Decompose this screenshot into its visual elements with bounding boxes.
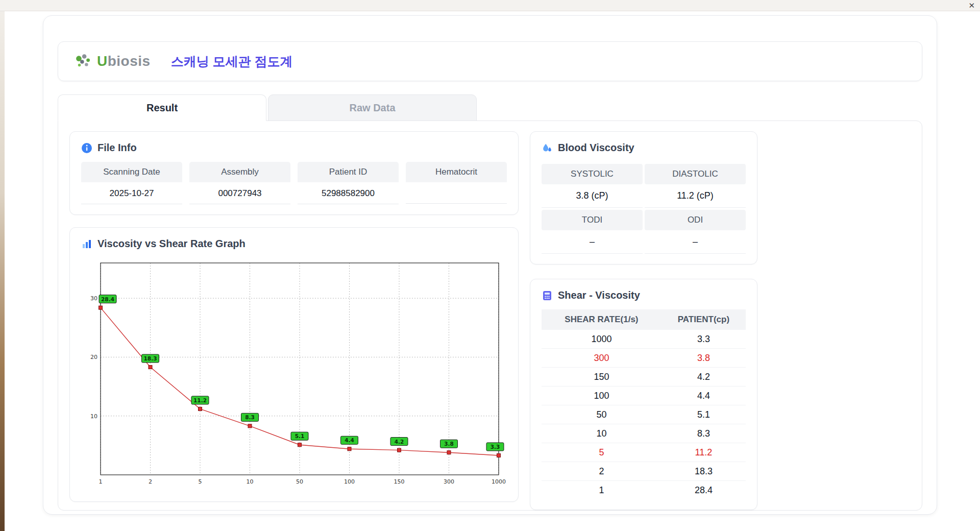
cell-shear-rate: 1: [542, 481, 662, 500]
bv-value-systolic: 3.8 (cP): [542, 184, 643, 208]
info-icon: [81, 142, 92, 154]
cell-patient-viscosity: 5.1: [662, 405, 746, 424]
field-label: Scanning Date: [81, 162, 182, 182]
svg-text:8.3: 8.3: [245, 414, 255, 420]
cell-shear-rate: 50: [542, 405, 662, 424]
blood-viscosity-card: Blood Viscosity SYSTOLIC DIASTOLIC 3.8 (…: [530, 131, 757, 264]
app-title: 스캐닝 모세관 점도계: [171, 53, 293, 70]
table-row: 108.3: [542, 424, 746, 443]
file-info-field-scanning-date: Scanning Date 2025-10-27: [81, 162, 182, 204]
field-value: [406, 182, 507, 204]
svg-text:10: 10: [90, 413, 97, 420]
svg-text:28.4: 28.4: [101, 296, 114, 302]
graph-title: Viscosity vs Shear Rate Graph: [81, 238, 507, 250]
bv-label-diastolic: DIASTOLIC: [645, 164, 746, 184]
bv-value-odi: –: [645, 230, 746, 254]
cell-patient-viscosity: 18.3: [662, 462, 746, 481]
blood-viscosity-grid: SYSTOLIC DIASTOLIC 3.8 (cP) 11.2 (cP) TO…: [542, 162, 746, 254]
bv-label-systolic: SYSTOLIC: [542, 164, 643, 184]
cell-patient-viscosity: 28.4: [662, 481, 746, 500]
droplet-icon: [542, 142, 553, 154]
right-column: Blood Viscosity SYSTOLIC DIASTOLIC 3.8 (…: [530, 131, 757, 500]
ubiosis-logo-icon: [74, 53, 93, 69]
cell-patient-viscosity: 8.3: [662, 424, 746, 443]
svg-text:5: 5: [199, 478, 202, 485]
field-value: 52988582900: [298, 182, 399, 204]
svg-text:300: 300: [444, 478, 454, 485]
table-row: 511.2: [542, 443, 746, 462]
viscosity-chart: 1251050100150300100010203028.418.311.28.…: [81, 258, 507, 491]
table-row: 1004.4: [542, 387, 746, 405]
table-row: 505.1: [542, 405, 746, 424]
svg-text:1000: 1000: [492, 478, 506, 485]
svg-text:20: 20: [90, 354, 97, 360]
bar-chart-icon: [81, 238, 92, 250]
shear-viscosity-table: SHEAR RATE(1/s) PATIENT(cp) 10003.33003.…: [542, 309, 746, 499]
field-label: Hematocrit: [406, 162, 507, 182]
table-row: 3003.8: [542, 349, 746, 368]
field-label: Patient ID: [298, 162, 399, 182]
viscosity-graph-card: Viscosity vs Shear Rate Graph 1251050100…: [69, 227, 519, 502]
column-header-patient: PATIENT(cp): [662, 309, 746, 330]
svg-text:18.3: 18.3: [144, 355, 157, 361]
cell-shear-rate: 10: [542, 424, 662, 443]
column-header-shear-rate: SHEAR RATE(1/s): [542, 309, 662, 330]
svg-text:11.2: 11.2: [193, 397, 207, 403]
svg-text:5.1: 5.1: [295, 433, 305, 439]
brand-logo: Ubiosis: [74, 53, 151, 69]
window-titlebar: ✕: [0, 0, 980, 11]
table-row: 1504.2: [542, 368, 746, 387]
bv-label-todi: TODI: [542, 210, 643, 230]
close-icon[interactable]: ✕: [968, 1, 975, 10]
cell-shear-rate: 300: [542, 349, 662, 368]
cell-shear-rate: 1000: [542, 330, 662, 349]
file-info-field-patient-id: Patient ID 52988582900: [298, 162, 399, 204]
cell-shear-rate: 2: [542, 462, 662, 481]
viscosity-chart-svg: 1251050100150300100010203028.418.311.28.…: [81, 258, 507, 489]
svg-text:10: 10: [247, 478, 254, 485]
svg-text:30: 30: [90, 295, 97, 302]
card-title-text: Shear - Viscosity: [558, 289, 640, 301]
bv-value-todi: –: [542, 230, 643, 254]
cell-patient-viscosity: 11.2: [662, 443, 746, 462]
tab-bar: Result Raw Data: [58, 94, 922, 121]
card-title-text: Viscosity vs Shear Rate Graph: [97, 238, 246, 250]
card-title-text: Blood Viscosity: [558, 142, 634, 154]
svg-text:2: 2: [149, 478, 152, 485]
field-value: 000727943: [189, 182, 290, 204]
svg-text:3.3: 3.3: [491, 444, 500, 450]
svg-text:4.4: 4.4: [345, 437, 354, 443]
desktop-edge-strip: [0, 11, 5, 531]
cell-patient-viscosity: 3.3: [662, 330, 746, 349]
shear-viscosity-title: Shear - Viscosity: [542, 289, 746, 301]
table-header-row: SHEAR RATE(1/s) PATIENT(cp): [542, 309, 746, 330]
field-value: 2025-10-27: [81, 182, 182, 204]
result-panel: File Info Scanning Date 2025-10-27 Assem…: [58, 120, 922, 511]
tab-result[interactable]: Result: [58, 94, 266, 121]
table-row: 218.3: [542, 462, 746, 481]
shear-viscosity-card: Shear - Viscosity SHEAR RATE(1/s) PATIEN…: [530, 279, 757, 510]
file-info-card: File Info Scanning Date 2025-10-27 Assem…: [69, 131, 519, 215]
app-window: Ubiosis 스캐닝 모세관 점도계 Result Raw Data File…: [43, 15, 937, 515]
file-info-fields: Scanning Date 2025-10-27 Assembly 000727…: [81, 162, 507, 204]
tab-raw-data[interactable]: Raw Data: [268, 94, 477, 121]
cell-shear-rate: 5: [542, 443, 662, 462]
card-title-text: File Info: [97, 142, 137, 154]
left-column: File Info Scanning Date 2025-10-27 Assem…: [69, 131, 519, 500]
cell-patient-viscosity: 3.8: [662, 349, 746, 368]
app-header: Ubiosis 스캐닝 모세관 점도계: [58, 41, 922, 81]
file-info-title: File Info: [81, 142, 507, 154]
svg-text:50: 50: [296, 478, 303, 485]
cell-shear-rate: 150: [542, 368, 662, 387]
field-label: Assembly: [189, 162, 290, 182]
file-info-field-hematocrit: Hematocrit: [406, 162, 507, 204]
svg-text:100: 100: [344, 478, 355, 485]
table-row: 128.4: [542, 481, 746, 500]
cell-patient-viscosity: 4.4: [662, 387, 746, 405]
svg-text:3.8: 3.8: [444, 441, 454, 447]
svg-text:150: 150: [394, 478, 405, 485]
svg-text:1: 1: [99, 478, 103, 485]
table-row: 10003.3: [542, 330, 746, 349]
blood-viscosity-title: Blood Viscosity: [542, 142, 746, 154]
svg-text:4.2: 4.2: [395, 439, 404, 445]
